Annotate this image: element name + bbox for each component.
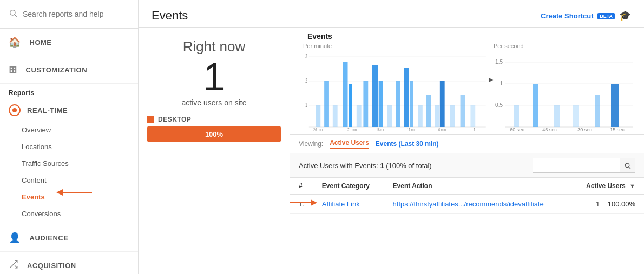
svg-rect-49 [611, 84, 619, 127]
svg-rect-19 [379, 81, 383, 127]
svg-rect-17 [363, 81, 368, 127]
desktop-row: DESKTOP [147, 116, 281, 123]
svg-rect-20 [387, 105, 392, 127]
svg-text:0.5: 0.5 [495, 102, 503, 108]
active-users-summary: Active Users with Events: 1 (100% of tot… [290, 153, 644, 178]
desktop-label: DESKTOP [158, 116, 191, 123]
reports-section-label: Reports [0, 84, 138, 99]
col-active-users[interactable]: Active Users ▼ [567, 178, 644, 195]
create-shortcut-link[interactable]: Create Shortcut BETA [541, 12, 615, 20]
col-event-action[interactable]: Event Action [384, 178, 568, 195]
search-icon [9, 9, 17, 19]
svg-rect-21 [396, 81, 400, 127]
search-box[interactable] [533, 158, 635, 173]
svg-rect-25 [426, 95, 431, 127]
svg-line-55 [629, 166, 630, 168]
svg-text:-16 min: -16 min [375, 127, 385, 132]
sidebar-item-realtime[interactable]: REAL-TIME [0, 99, 138, 122]
svg-rect-15 [349, 84, 352, 127]
audience-label: AUDIENCE [30, 234, 69, 242]
sidebar-item-acquisition[interactable]: ACQUISITION [0, 252, 138, 274]
viewing-row: Viewing: Active Users Events (Last 30 mi… [290, 135, 644, 153]
event-action-link[interactable]: https://thirstyaffiliates.../recommends/… [393, 200, 544, 208]
svg-rect-44 [514, 105, 519, 127]
table-search-input[interactable] [533, 158, 620, 172]
svg-text:1: 1 [500, 81, 503, 86]
graduation-hat-icon[interactable]: 🎓 [619, 10, 631, 22]
chart-arrow: ► [487, 75, 495, 84]
svg-line-1 [15, 15, 17, 17]
main-body: Right now 1 active users on site DESKTOP… [139, 28, 644, 274]
svg-text:-60 sec: -60 sec [508, 127, 524, 132]
home-label: HOME [30, 38, 52, 46]
main-content: Events Create Shortcut BETA 🎓 Right now … [139, 0, 644, 274]
beta-badge: BETA [597, 13, 615, 19]
search-input[interactable] [23, 10, 129, 18]
right-now-label: Right now [183, 38, 246, 55]
realtime-dot [12, 108, 17, 112]
svg-rect-30 [470, 105, 475, 127]
sort-icon: ▼ [629, 183, 635, 189]
svg-rect-27 [440, 81, 445, 127]
per-second-chart: Per second 1.5 1 0.5 [489, 43, 635, 134]
svg-rect-12 [324, 81, 329, 127]
svg-rect-22 [404, 68, 409, 127]
table-search-button[interactable] [620, 158, 635, 172]
svg-rect-24 [418, 105, 423, 127]
customization-icon: ⊞ [9, 64, 17, 76]
realtime-sub-items: Overview Locations Traffic Sources Conte… [0, 122, 138, 222]
col-event-category[interactable]: Event Category [313, 178, 384, 195]
active-users-label: active users on site [182, 98, 247, 107]
sidebar-item-conversions[interactable]: Conversions [0, 205, 138, 222]
left-panel: Right now 1 active users on site DESKTOP… [139, 28, 290, 274]
sidebar-item-traffic-sources[interactable]: Traffic Sources [0, 155, 138, 172]
home-icon: 🏠 [9, 36, 21, 48]
svg-text:-21 min: -21 min [346, 127, 357, 132]
table-area: Active Users with Events: 1 (100% of tot… [290, 153, 644, 274]
sidebar-item-audience[interactable]: 👤 AUDIENCE [0, 224, 138, 252]
acquisition-label: ACQUISITION [27, 262, 76, 270]
svg-text:3: 3 [305, 53, 307, 59]
svg-text:-6 min: -6 min [437, 127, 446, 132]
svg-text:-26 min: -26 min [312, 127, 323, 132]
svg-rect-28 [450, 105, 455, 127]
sidebar-item-content[interactable]: Content [0, 172, 138, 189]
svg-rect-14 [343, 62, 348, 127]
sidebar-item-events[interactable]: Events [0, 189, 138, 205]
desktop-color-dot [147, 116, 154, 123]
sidebar-item-locations[interactable]: Locations [0, 138, 138, 155]
sidebar-item-customization[interactable]: ⊞ CUSTOMIZATION [0, 56, 138, 84]
audience-icon: 👤 [9, 232, 21, 244]
svg-rect-48 [595, 95, 600, 127]
acquisition-icon [9, 259, 18, 272]
active-users-tab[interactable]: Active Users [330, 139, 369, 149]
row-num: 1. [290, 195, 313, 214]
svg-rect-23 [410, 81, 413, 127]
events-table: # Event Category Event Action Active Use… [290, 178, 644, 214]
svg-point-0 [10, 10, 15, 15]
svg-text:2: 2 [305, 77, 307, 84]
sidebar-search-bar[interactable] [0, 0, 138, 29]
events-tab[interactable]: Events (Last 30 min) [376, 140, 439, 148]
header-right: Create Shortcut BETA 🎓 [541, 10, 631, 22]
svg-rect-11 [316, 105, 320, 127]
svg-point-54 [625, 163, 629, 168]
per-second-label: Per second [489, 43, 635, 49]
per-minute-label: Per minute [299, 43, 489, 49]
svg-text:1: 1 [305, 102, 307, 108]
svg-rect-16 [357, 105, 362, 127]
col-num: # [290, 178, 313, 195]
row-event-action: https://thirstyaffiliates.../recommends/… [384, 195, 568, 214]
viewing-label: Viewing: [299, 140, 323, 148]
affiliate-link-cell[interactable]: Affiliate Link [322, 200, 360, 208]
per-second-svg: 1.5 1 0.5 -60 sec -45 se [489, 51, 635, 132]
svg-rect-29 [461, 95, 465, 127]
sidebar-item-home[interactable]: 🏠 HOME [0, 29, 138, 56]
progress-bar: 100% [147, 126, 281, 142]
row-active-users: 1 100.00% [567, 195, 644, 214]
svg-text:-15 sec: -15 sec [608, 127, 625, 132]
page-title: Events [152, 9, 188, 23]
sidebar-item-overview[interactable]: Overview [0, 122, 138, 138]
table-row: 1. Affiliate Link [290, 195, 644, 214]
svg-rect-26 [435, 105, 439, 127]
